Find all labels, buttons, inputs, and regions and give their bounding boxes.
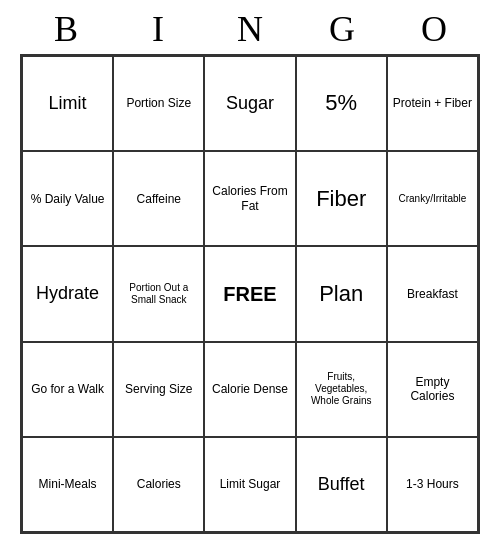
bingo-cell-20: Mini-Meals (22, 437, 113, 532)
bingo-cell-7: Calories From Fat (204, 151, 295, 246)
bingo-cell-14: Breakfast (387, 246, 478, 341)
bingo-cell-3: 5% (296, 56, 387, 151)
bingo-cell-6: Caffeine (113, 151, 204, 246)
bingo-cell-23: Buffet (296, 437, 387, 532)
bingo-cell-0: Limit (22, 56, 113, 151)
bingo-letter-o: O (390, 8, 478, 50)
bingo-cell-22: Limit Sugar (204, 437, 295, 532)
bingo-cell-1: Portion Size (113, 56, 204, 151)
bingo-cell-11: Portion Out a Small Snack (113, 246, 204, 341)
bingo-letter-i: I (114, 8, 202, 50)
bingo-header: BINGO (20, 0, 480, 54)
bingo-cell-24: 1-3 Hours (387, 437, 478, 532)
bingo-letter-n: N (206, 8, 294, 50)
bingo-letter-b: B (22, 8, 110, 50)
bingo-cell-15: Go for a Walk (22, 342, 113, 437)
bingo-cell-2: Sugar (204, 56, 295, 151)
bingo-cell-9: Cranky/Irritable (387, 151, 478, 246)
bingo-cell-13: Plan (296, 246, 387, 341)
bingo-cell-8: Fiber (296, 151, 387, 246)
bingo-cell-17: Calorie Dense (204, 342, 295, 437)
bingo-cell-12: FREE (204, 246, 295, 341)
bingo-letter-g: G (298, 8, 386, 50)
bingo-cell-19: Empty Calories (387, 342, 478, 437)
bingo-cell-10: Hydrate (22, 246, 113, 341)
bingo-grid: LimitPortion SizeSugar5%Protein + Fiber%… (20, 54, 480, 534)
bingo-cell-5: % Daily Value (22, 151, 113, 246)
bingo-cell-4: Protein + Fiber (387, 56, 478, 151)
bingo-cell-21: Calories (113, 437, 204, 532)
bingo-cell-16: Serving Size (113, 342, 204, 437)
bingo-cell-18: Fruits, Vegetables, Whole Grains (296, 342, 387, 437)
